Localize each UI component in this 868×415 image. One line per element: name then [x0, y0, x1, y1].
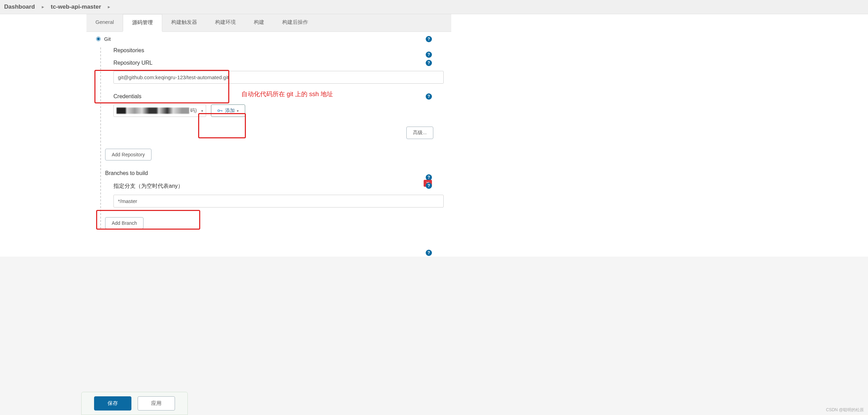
breadcrumb-project[interactable]: tc-web-api-master: [51, 3, 101, 10]
tab-triggers[interactable]: 构建触发器: [162, 14, 206, 31]
breadcrumb: Dashboard ▸ tc-web-api-master ▸: [0, 0, 868, 14]
tab-build[interactable]: 构建: [245, 14, 273, 31]
repo-url-label: Repository URL: [113, 60, 442, 66]
scm-git-label: Git: [104, 36, 111, 42]
add-branch-button[interactable]: Add Branch: [105, 217, 144, 229]
help-icon[interactable]: ?: [426, 93, 432, 100]
help-icon[interactable]: ?: [426, 36, 432, 42]
chevron-down-icon: ▾: [201, 109, 203, 113]
tab-post[interactable]: 构建后操作: [273, 14, 317, 31]
redacted-credential: [117, 108, 189, 114]
help-icon[interactable]: ?: [426, 52, 432, 58]
chevron-icon: ▸: [108, 4, 110, 9]
credentials-select[interactable]: 码) ▾: [113, 104, 206, 117]
branches-to-build-label: Branches to build: [105, 170, 442, 176]
config-content: Git ? Repositories ? Repository URL ? Cr…: [86, 32, 451, 257]
config-tabs: General 源码管理 构建触发器 构建环境 构建 构建后操作: [86, 14, 451, 32]
annotation-ssh-note: 自动化代码所在 git 上的 ssh 地址: [241, 90, 333, 98]
branch-spec-label: 指定分支（为空时代表any）: [113, 183, 442, 190]
help-icon[interactable]: ?: [426, 250, 432, 256]
help-icon[interactable]: ?: [426, 183, 432, 189]
add-credential-button[interactable]: 添加 ▾: [211, 104, 245, 117]
scm-git-radio[interactable]: [96, 37, 101, 41]
help-icon[interactable]: ?: [426, 60, 432, 66]
caret-down-icon: ▾: [237, 109, 239, 113]
tab-env[interactable]: 构建环境: [206, 14, 245, 31]
advanced-button[interactable]: 高级...: [406, 127, 433, 139]
repo-url-input[interactable]: [113, 71, 444, 84]
svg-point-0: [218, 110, 220, 111]
add-credential-label: 添加: [225, 108, 235, 114]
svg-rect-2: [222, 110, 222, 111]
key-icon: [218, 109, 223, 112]
tab-scm[interactable]: 源码管理: [123, 14, 162, 32]
credential-suffix: 码): [190, 108, 202, 114]
repositories-label: Repositories: [113, 47, 442, 54]
breadcrumb-dashboard[interactable]: Dashboard: [4, 3, 35, 10]
tab-general[interactable]: General: [86, 14, 123, 31]
branch-spec-input[interactable]: [113, 195, 444, 208]
chevron-icon: ▸: [42, 4, 44, 9]
add-repository-button[interactable]: Add Repository: [105, 149, 151, 160]
